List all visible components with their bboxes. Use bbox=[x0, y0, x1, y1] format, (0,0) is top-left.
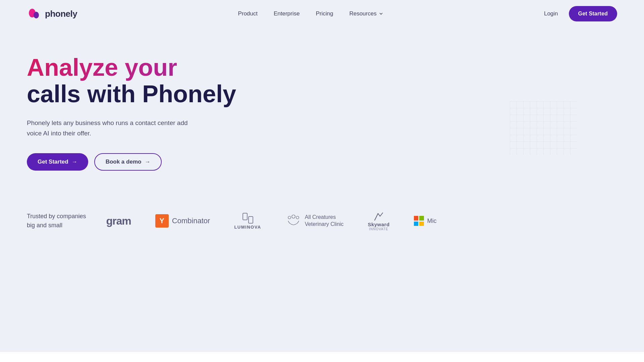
yc-text: Combinator bbox=[172, 217, 210, 225]
logo-luminova: LUMINOVA bbox=[234, 213, 261, 230]
svg-rect-2 bbox=[510, 101, 577, 155]
logo-link[interactable]: phonely bbox=[27, 6, 77, 21]
nav-right: Login Get Started bbox=[544, 6, 617, 21]
logo-allcreatures: All CreaturesVeterinary Clinic bbox=[285, 214, 344, 228]
microsoft-grid-icon bbox=[414, 216, 424, 226]
hero-book-demo-button[interactable]: Book a demo → bbox=[94, 153, 162, 171]
logo-skyward: Skyward INNOVATE bbox=[368, 211, 389, 231]
svg-rect-4 bbox=[249, 217, 253, 223]
svg-point-5 bbox=[288, 216, 291, 219]
grid-decoration bbox=[510, 101, 577, 155]
svg-point-1 bbox=[34, 12, 39, 18]
svg-point-6 bbox=[292, 215, 295, 218]
logo-ycombinator: Y Combinator bbox=[155, 214, 210, 228]
chevron-down-icon bbox=[379, 11, 383, 16]
allcreatures-text: All CreaturesVeterinary Clinic bbox=[305, 214, 344, 228]
logo-text: phonely bbox=[45, 9, 77, 19]
bottom-strip bbox=[0, 352, 644, 362]
arrow-right-icon: → bbox=[72, 159, 77, 165]
navbar: phonely Product Enterprise Pricing Resou… bbox=[0, 0, 644, 27]
logos-row: gram Y Combinator LUMINOVA All Creatures… bbox=[106, 211, 617, 231]
trusted-section: Trusted by companies big and small gram … bbox=[0, 191, 644, 258]
hero-title-line2: calls with Phonely bbox=[27, 81, 255, 107]
luminova-icon bbox=[242, 213, 254, 224]
skyward-icon bbox=[373, 211, 384, 222]
nav-get-started-button[interactable]: Get Started bbox=[569, 6, 617, 21]
svg-line-8 bbox=[375, 214, 378, 220]
logo-microsoft: Mic bbox=[414, 216, 437, 226]
skyward-wordmark: Skyward bbox=[368, 222, 389, 227]
logo-icon bbox=[27, 6, 42, 21]
hero-title-line1: Analyze your bbox=[27, 54, 255, 81]
hero-buttons: Get Started → Book a demo → bbox=[27, 153, 255, 171]
allcreatures-icon bbox=[285, 214, 302, 228]
svg-line-10 bbox=[380, 213, 383, 216]
nav-product[interactable]: Product bbox=[238, 10, 258, 17]
arrow-right-icon-2: → bbox=[145, 159, 150, 165]
svg-point-7 bbox=[296, 216, 299, 219]
hero-get-started-button[interactable]: Get Started → bbox=[27, 153, 88, 171]
luminova-text: LUMINOVA bbox=[234, 225, 261, 230]
microsoft-text: Mic bbox=[427, 218, 437, 225]
svg-rect-3 bbox=[243, 213, 247, 220]
nav-resources[interactable]: Resources bbox=[349, 10, 383, 17]
yc-box-icon: Y bbox=[155, 214, 169, 228]
svg-line-9 bbox=[378, 214, 380, 216]
hero-section: Analyze your calls with Phonely Phonely … bbox=[0, 27, 644, 191]
login-link[interactable]: Login bbox=[544, 10, 558, 17]
nav-links: Product Enterprise Pricing Resources bbox=[238, 10, 383, 17]
hero-subtitle: Phonely lets any business who runs a con… bbox=[27, 118, 188, 138]
logo-gram: gram bbox=[106, 215, 131, 227]
trusted-label: Trusted by companies big and small bbox=[27, 212, 86, 230]
nav-pricing[interactable]: Pricing bbox=[316, 10, 333, 17]
nav-enterprise[interactable]: Enterprise bbox=[274, 10, 300, 17]
skyward-sub: INNOVATE bbox=[369, 227, 388, 231]
hero-content: Analyze your calls with Phonely Phonely … bbox=[27, 54, 255, 171]
